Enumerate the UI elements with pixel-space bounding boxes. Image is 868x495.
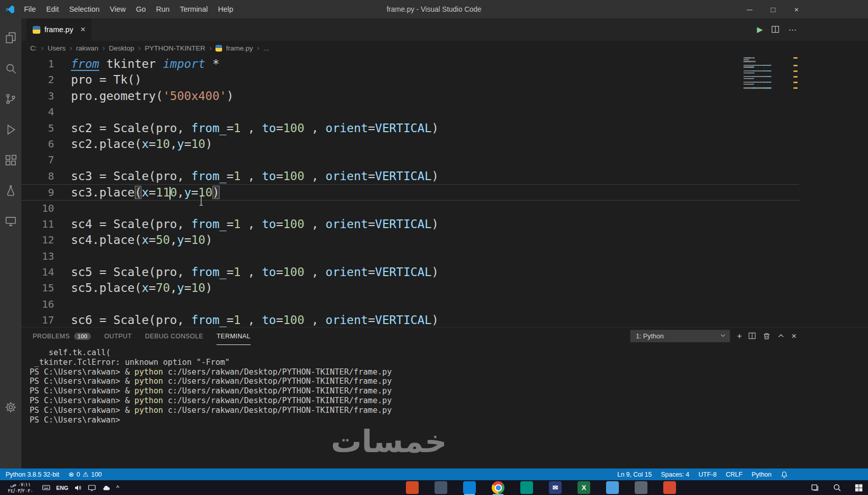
files-app-icon[interactable] xyxy=(435,481,447,494)
more-actions-icon[interactable]: ⋯ xyxy=(788,25,797,35)
run-python-file-button[interactable]: ▶ xyxy=(757,25,763,34)
activitybar-extensions-icon[interactable] xyxy=(0,145,21,176)
close-panel-icon[interactable]: × xyxy=(791,332,797,340)
line-number: 11 xyxy=(21,216,71,232)
language-status[interactable]: Python xyxy=(747,468,776,480)
code-line[interactable]: 5sc2 = Scale(pro, from_=1 , to=100 , ori… xyxy=(21,120,799,136)
code-line[interactable]: 11sc4 = Scale(pro, from_=1 , to=100 , or… xyxy=(21,216,799,232)
onedrive-cloud-icon[interactable] xyxy=(102,483,111,492)
code-line[interactable]: 6sc2.place(x=10,y=10) xyxy=(21,136,799,152)
code-text: sc2 = Scale(pro, from_=1 , to=100 , orie… xyxy=(71,120,439,136)
activitybar-search-icon[interactable] xyxy=(0,53,21,84)
breadcrumb-item[interactable]: Desktop xyxy=(107,44,136,52)
defender-icon[interactable] xyxy=(635,481,647,494)
code-line[interactable]: 3pro.geometry('500x400') xyxy=(21,88,799,104)
mail-app-icon[interactable]: ✉ xyxy=(549,481,562,494)
kill-terminal-icon[interactable] xyxy=(763,332,770,340)
menu-edit[interactable]: Edit xyxy=(41,0,64,18)
excel-icon[interactable]: X xyxy=(577,481,590,494)
input-language[interactable]: ENG xyxy=(56,485,68,491)
new-terminal-icon[interactable]: + xyxy=(737,332,742,340)
code-line[interactable]: 14sc5 = Scale(pro, from_=1 , to=100 , or… xyxy=(21,264,799,280)
code-line[interactable]: 16 xyxy=(21,296,799,312)
menu-go[interactable]: Go xyxy=(131,0,151,18)
code-line[interactable]: 12sc4.place(x=50,y=10) xyxy=(21,232,799,248)
breadcrumb-item[interactable]: ... xyxy=(262,44,271,52)
menu-terminal[interactable]: Terminal xyxy=(175,0,213,18)
python-version-status[interactable]: Python 3.8.5 32-bit xyxy=(1,468,64,480)
menu-file[interactable]: File xyxy=(19,0,41,18)
problems-status[interactable]: ⊗ 0 ⚠ 100 xyxy=(64,468,106,480)
activitybar-settings-icon[interactable] xyxy=(0,392,21,423)
minimize-button[interactable]: ─ xyxy=(738,0,761,18)
code-line[interactable]: 2pro = Tk() xyxy=(21,72,799,88)
display-icon[interactable] xyxy=(88,484,96,492)
activitybar-run-debug-icon[interactable] xyxy=(0,114,21,145)
code-line[interactable]: 13 xyxy=(21,249,799,264)
task-view-icon[interactable] xyxy=(811,483,819,492)
panel-tab-terminal[interactable]: TERMINAL xyxy=(216,328,250,345)
start-button-icon[interactable] xyxy=(855,484,863,492)
breadcrumb-item[interactable]: rakwan xyxy=(75,44,100,52)
minimap[interactable] xyxy=(743,57,790,89)
panel-tab-output[interactable]: OUTPUT xyxy=(104,328,132,345)
notifications-bell-icon[interactable] xyxy=(776,468,792,480)
taskbar-search-icon[interactable] xyxy=(833,483,841,492)
terminal-output[interactable]: self.tk.call( _tkinter.TclError: unknown… xyxy=(21,345,868,425)
breadcrumb-item[interactable]: PYTHON-TKINTER xyxy=(143,44,207,52)
code-area[interactable]: 1from tkinter import *2pro = Tk()3pro.ge… xyxy=(21,55,868,327)
tab-close-icon[interactable]: × xyxy=(80,24,85,35)
code-line[interactable]: 17sc6 = Scale(pro, from_=1 , to=100 , or… xyxy=(21,312,799,327)
menu-view[interactable]: View xyxy=(105,0,131,18)
maximize-panel-icon[interactable] xyxy=(777,332,785,340)
encoding-status[interactable]: UTF-8 xyxy=(694,468,721,480)
taskbar-clock[interactable]: ٠٧:١١ ص ٢٤/٠٣/٢٠٢٠ xyxy=(0,482,41,493)
breadcrumb-item[interactable]: frame.py xyxy=(225,44,255,52)
terminal-selector[interactable]: 1: Python xyxy=(630,330,730,342)
indentation-status[interactable]: Spaces: 4 xyxy=(656,468,694,480)
editor[interactable]: 1from tkinter import *2pro = Tk()3pro.ge… xyxy=(21,55,868,327)
chrome-icon[interactable] xyxy=(492,481,504,494)
code-text: sc3 = Scale(pro, from_=1 , to=100 , orie… xyxy=(71,168,439,184)
panel-tab-debug-console[interactable]: DEBUG CONSOLE xyxy=(145,328,203,345)
code-line[interactable]: 7 xyxy=(21,152,799,168)
activitybar-source-control-icon[interactable] xyxy=(0,84,21,114)
activitybar-test-icon[interactable] xyxy=(0,176,21,206)
code-line[interactable]: 8sc3 = Scale(pro, from_=1 , to=100 , ori… xyxy=(21,168,799,184)
split-terminal-icon[interactable] xyxy=(749,332,756,340)
menu-selection[interactable]: Selection xyxy=(64,0,105,18)
code-line[interactable]: 1from tkinter import * xyxy=(21,56,799,72)
code-line[interactable]: 15sc5.place(x=70,y=10) xyxy=(21,280,799,296)
breadcrumb: C:›Users›rakwan›Desktop›PYTHON-TKINTER›f… xyxy=(21,41,868,55)
code-line[interactable]: 10 xyxy=(21,201,799,216)
close-button[interactable]: × xyxy=(785,0,808,18)
hidden-icons-chevron[interactable]: ^ xyxy=(116,484,119,491)
office-app-icon[interactable] xyxy=(406,481,419,494)
opera-app-icon[interactable] xyxy=(663,481,676,494)
minimap-line xyxy=(743,78,754,80)
teams-app-icon[interactable] xyxy=(520,481,533,494)
vscode-icon[interactable] xyxy=(463,481,476,494)
minimap-line xyxy=(743,84,754,85)
eol-status[interactable]: CRLF xyxy=(721,468,747,480)
breadcrumb-item[interactable]: Users xyxy=(46,44,67,52)
tab-frame-py[interactable]: frame.py × xyxy=(27,18,92,41)
code-line[interactable]: 9sc3.place(x=110,y=10) xyxy=(21,184,799,200)
code-text: sc6 = Scale(pro, from_=1 , to=100 , orie… xyxy=(71,312,439,327)
activitybar-explorer-icon[interactable] xyxy=(0,22,21,53)
maximize-button[interactable]: □ xyxy=(761,0,785,18)
volume-icon[interactable] xyxy=(74,484,82,492)
menu-run[interactable]: Run xyxy=(151,0,175,18)
split-editor-icon[interactable] xyxy=(771,26,780,34)
menu-help[interactable]: Help xyxy=(213,0,238,18)
mouse-cursor xyxy=(198,195,204,208)
panel-tab-label: TERMINAL xyxy=(216,333,250,340)
cursor-position-status[interactable]: Ln 9, Col 15 xyxy=(613,468,656,480)
panel-tab-problems[interactable]: PROBLEMS100 xyxy=(33,328,91,345)
menu-bar: FileEditSelectionViewGoRunTerminalHelp xyxy=(19,0,238,18)
code-line[interactable]: 4 xyxy=(21,104,799,120)
breadcrumb-item[interactable]: C: xyxy=(29,44,39,52)
touch-keyboard-icon[interactable] xyxy=(42,483,51,492)
this-pc-icon[interactable] xyxy=(606,481,619,494)
activitybar-remote-explorer-icon[interactable] xyxy=(0,206,21,237)
